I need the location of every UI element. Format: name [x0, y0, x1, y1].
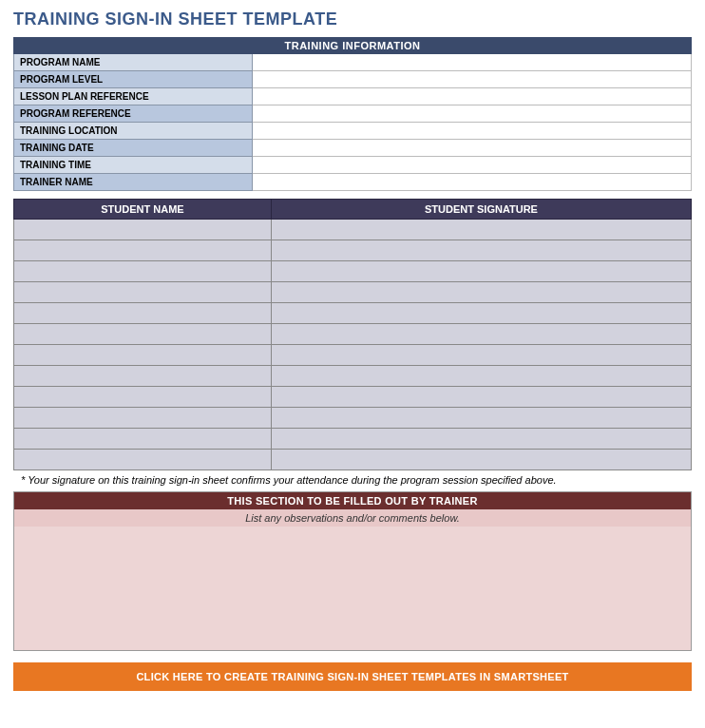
student-name-cell[interactable] [14, 450, 272, 470]
info-value[interactable] [253, 174, 692, 191]
col-student-signature: STUDENT SIGNATURE [271, 200, 691, 220]
table-row [14, 324, 692, 345]
info-label: TRAINING DATE [13, 140, 253, 157]
info-row: LESSON PLAN REFERENCE [13, 88, 692, 105]
info-row: PROGRAM REFERENCE [13, 105, 692, 123]
table-row [14, 345, 692, 366]
info-value[interactable] [253, 157, 692, 174]
student-signature-cell[interactable] [271, 220, 691, 240]
student-name-cell[interactable] [14, 387, 272, 408]
student-signature-cell[interactable] [271, 450, 691, 470]
trainer-section: THIS SECTION TO BE FILLED OUT BY TRAINER… [13, 491, 692, 651]
student-signature-cell[interactable] [271, 324, 691, 345]
info-row: PROGRAM LEVEL [13, 71, 692, 88]
info-row: TRAINER NAME [13, 174, 692, 191]
info-label: LESSON PLAN REFERENCE [13, 88, 253, 105]
info-row: TRAINING LOCATION [13, 123, 692, 140]
student-signature-cell[interactable] [271, 345, 691, 366]
trainer-section-hint: List any observations and/or comments be… [14, 509, 691, 527]
student-signature-cell[interactable] [271, 282, 691, 303]
info-value[interactable] [253, 54, 692, 71]
table-row [14, 261, 692, 282]
signature-disclaimer: * Your signature on this training sign-i… [13, 470, 692, 489]
student-name-cell[interactable] [14, 303, 272, 324]
info-value[interactable] [253, 88, 692, 105]
student-name-cell[interactable] [14, 220, 272, 240]
student-table: STUDENT NAME STUDENT SIGNATURE [13, 199, 692, 470]
info-value[interactable] [253, 140, 692, 157]
col-student-name: STUDENT NAME [14, 200, 272, 220]
info-label: TRAINING LOCATION [13, 123, 253, 140]
create-template-cta[interactable]: CLICK HERE TO CREATE TRAINING SIGN-IN SH… [13, 662, 692, 691]
student-signature-cell[interactable] [271, 387, 691, 408]
student-signature-cell[interactable] [271, 303, 691, 324]
training-info-section: TRAINING INFORMATION PROGRAM NAMEPROGRAM… [13, 37, 692, 191]
table-row [14, 408, 692, 429]
info-value[interactable] [253, 123, 692, 140]
info-row: TRAINING TIME [13, 157, 692, 174]
student-name-cell[interactable] [14, 429, 272, 450]
table-row [14, 303, 692, 324]
student-signature-cell[interactable] [271, 240, 691, 261]
student-table-header: STUDENT NAME STUDENT SIGNATURE [14, 200, 692, 220]
info-row: PROGRAM NAME [13, 54, 692, 71]
training-info-header: TRAINING INFORMATION [13, 37, 692, 54]
student-name-cell[interactable] [14, 261, 272, 282]
student-signature-cell[interactable] [271, 408, 691, 429]
info-label: PROGRAM NAME [13, 54, 253, 71]
info-label: PROGRAM REFERENCE [13, 105, 253, 123]
table-row [14, 220, 692, 240]
info-row: TRAINING DATE [13, 140, 692, 157]
trainer-comments-area[interactable] [14, 527, 691, 650]
table-row [14, 429, 692, 450]
table-row [14, 366, 692, 387]
trainer-section-header: THIS SECTION TO BE FILLED OUT BY TRAINER [14, 492, 691, 509]
page-title: TRAINING SIGN-IN SHEET TEMPLATE [13, 10, 692, 29]
info-label: PROGRAM LEVEL [13, 71, 253, 88]
student-name-cell[interactable] [14, 324, 272, 345]
info-value[interactable] [253, 105, 692, 123]
student-signature-cell[interactable] [271, 429, 691, 450]
info-label: TRAINER NAME [13, 174, 253, 191]
student-name-cell[interactable] [14, 408, 272, 429]
student-signature-cell[interactable] [271, 261, 691, 282]
student-name-cell[interactable] [14, 240, 272, 261]
table-row [14, 450, 692, 470]
table-row [14, 240, 692, 261]
info-label: TRAINING TIME [13, 157, 253, 174]
table-row [14, 282, 692, 303]
student-name-cell[interactable] [14, 345, 272, 366]
student-signature-cell[interactable] [271, 366, 691, 387]
table-row [14, 387, 692, 408]
student-name-cell[interactable] [14, 366, 272, 387]
info-value[interactable] [253, 71, 692, 88]
student-name-cell[interactable] [14, 282, 272, 303]
